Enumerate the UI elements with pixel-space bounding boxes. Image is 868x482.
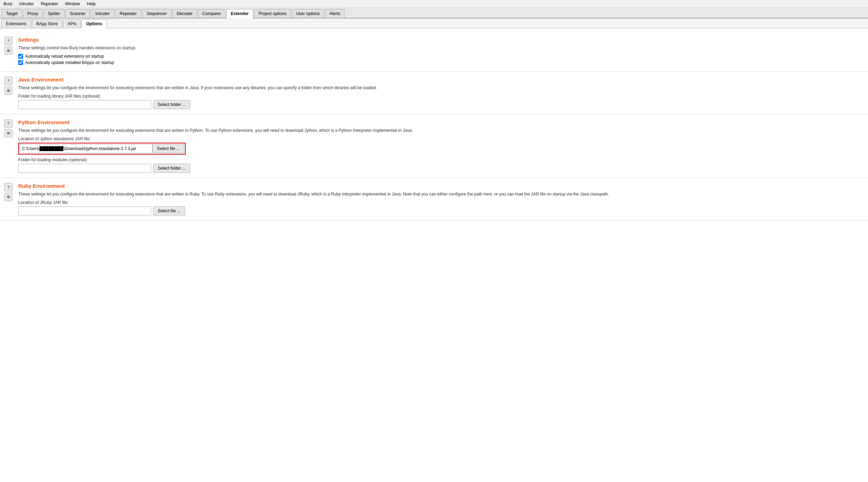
tab-bapp-store[interactable]: BApp Store bbox=[32, 20, 62, 28]
java-gear-icon[interactable]: ⚙ bbox=[4, 86, 13, 95]
python-title: Python Environment bbox=[18, 119, 862, 125]
menu-window[interactable]: Window bbox=[64, 1, 81, 7]
menu-intruder[interactable]: Intruder bbox=[18, 1, 35, 7]
settings-desc: These settings control how Burp handles … bbox=[18, 45, 862, 51]
tab-repeater[interactable]: Repeater bbox=[115, 9, 141, 18]
tab-apis[interactable]: APIs bbox=[63, 20, 81, 28]
main-tab-bar: Target Proxy Spider Scanner Intruder Rep… bbox=[0, 8, 868, 19]
python-section: ? ⚙ Python Environment These settings le… bbox=[0, 114, 868, 178]
ruby-body: Ruby Environment These settings let you … bbox=[17, 182, 868, 217]
tab-user-options[interactable]: User options bbox=[292, 9, 324, 18]
python-jar-input[interactable] bbox=[20, 144, 152, 153]
menu-burp[interactable]: Burp bbox=[2, 1, 14, 7]
settings-title: Settings bbox=[18, 37, 862, 43]
menu-bar: Burp Intruder Repeater Window Help bbox=[0, 0, 868, 8]
tab-alerts[interactable]: Alerts bbox=[325, 9, 345, 18]
settings-body: Settings These settings control how Burp… bbox=[17, 35, 868, 68]
java-desc: These settings let you configure the env… bbox=[18, 85, 862, 91]
checkbox-update[interactable] bbox=[18, 60, 23, 65]
tab-proxy[interactable]: Proxy bbox=[23, 9, 43, 18]
python-select-file-button[interactable]: Select file ... bbox=[152, 144, 184, 153]
ruby-jar-input[interactable] bbox=[18, 206, 151, 215]
settings-section: ? ⚙ Settings These settings control how … bbox=[0, 32, 868, 72]
tab-options[interactable]: Options bbox=[81, 20, 106, 28]
menu-repeater[interactable]: Repeater bbox=[40, 1, 59, 7]
ruby-desc: These settings let you configure the env… bbox=[18, 191, 862, 197]
tab-sequencer[interactable]: Sequencer bbox=[142, 9, 171, 18]
python-desc: These settings let you configure the env… bbox=[18, 127, 862, 134]
ruby-section: ? ⚙ Ruby Environment These settings let … bbox=[0, 178, 868, 221]
ruby-gear-icon[interactable]: ⚙ bbox=[4, 193, 13, 201]
python-folder-input[interactable] bbox=[18, 164, 151, 173]
menu-help[interactable]: Help bbox=[86, 1, 97, 7]
python-body: Python Environment These settings let yo… bbox=[17, 118, 868, 174]
java-section: ? ⚙ Java Environment These settings let … bbox=[0, 72, 868, 114]
settings-help-icon[interactable]: ? bbox=[4, 37, 13, 45]
sub-tab-bar: Extensions BApp Store APIs Options bbox=[0, 19, 868, 28]
tab-extender[interactable]: Extender bbox=[226, 9, 253, 19]
checkbox-update-label: Automatically update installed BApps on … bbox=[25, 60, 114, 65]
ruby-jar-label: Location of JRuby JAR file: bbox=[18, 200, 862, 205]
java-folder-input[interactable] bbox=[18, 100, 151, 109]
python-help-icon[interactable]: ? bbox=[4, 119, 13, 128]
content-area: ? ⚙ Settings These settings control how … bbox=[0, 28, 868, 482]
python-folder-label: Folder for loading modules (optional): bbox=[18, 157, 862, 162]
ruby-jar-row: Select file ... bbox=[18, 206, 862, 215]
tab-comparer[interactable]: Comparer bbox=[198, 9, 226, 18]
ruby-title: Ruby Environment bbox=[18, 183, 862, 189]
tab-spider[interactable]: Spider bbox=[43, 9, 65, 18]
java-folder-row: Select folder ... bbox=[18, 100, 862, 109]
python-jar-row: Select file ... bbox=[18, 143, 186, 155]
settings-icons: ? ⚙ bbox=[0, 35, 17, 56]
java-help-icon[interactable]: ? bbox=[4, 77, 13, 85]
checkbox-row-reload: Automatically reload extensions on start… bbox=[18, 54, 862, 59]
checkbox-row-update: Automatically update installed BApps on … bbox=[18, 60, 862, 65]
tab-extensions[interactable]: Extensions bbox=[1, 20, 31, 28]
python-gear-icon[interactable]: ⚙ bbox=[4, 129, 13, 137]
java-title: Java Environment bbox=[18, 77, 862, 83]
java-body: Java Environment These settings let you … bbox=[17, 75, 868, 111]
settings-gear-icon[interactable]: ⚙ bbox=[4, 47, 13, 55]
tab-intruder[interactable]: Intruder bbox=[91, 9, 114, 18]
tab-target[interactable]: Target bbox=[1, 9, 22, 18]
python-jar-label: Location of Jython standalone JAR file: bbox=[18, 136, 862, 141]
python-select-folder-button[interactable]: Select folder ... bbox=[153, 164, 190, 173]
ruby-icons: ? ⚙ bbox=[0, 182, 17, 203]
checkbox-reload[interactable] bbox=[18, 54, 23, 59]
python-folder-row: Select folder ... bbox=[18, 164, 862, 173]
ruby-help-icon[interactable]: ? bbox=[4, 183, 13, 191]
tab-decoder[interactable]: Decoder bbox=[172, 9, 197, 18]
java-folder-label: Folder for loading library JAR files (op… bbox=[18, 94, 862, 99]
checkbox-reload-label: Automatically reload extensions on start… bbox=[25, 54, 104, 59]
tab-project-options[interactable]: Project options bbox=[254, 9, 291, 18]
ruby-select-file-button[interactable]: Select file ... bbox=[153, 206, 185, 215]
java-select-folder-button[interactable]: Select folder ... bbox=[153, 100, 190, 109]
java-icons: ? ⚙ bbox=[0, 75, 17, 96]
tab-scanner[interactable]: Scanner bbox=[65, 9, 90, 18]
python-icons: ? ⚙ bbox=[0, 118, 17, 139]
